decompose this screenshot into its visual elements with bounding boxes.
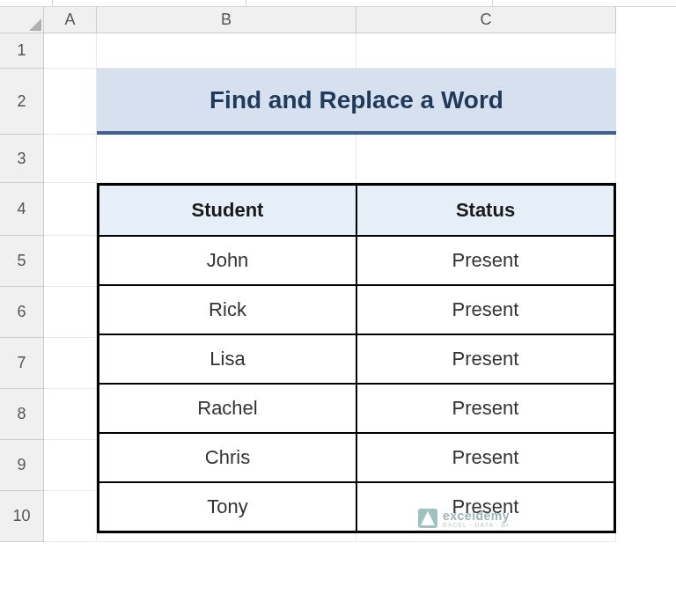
row-header-7[interactable]: 7	[0, 338, 44, 389]
table-cell[interactable]: Present	[356, 236, 614, 285]
table-cell[interactable]: Present	[356, 384, 614, 433]
cell-A9[interactable]	[44, 440, 97, 491]
row-headers: 12345678910	[0, 33, 44, 542]
corner-triangle-icon	[29, 18, 41, 31]
column-headers: ABC	[44, 7, 616, 33]
table-cell[interactable]: Rick	[99, 285, 356, 334]
cell-C1[interactable]	[356, 33, 616, 69]
table-header-student[interactable]: Student	[99, 185, 356, 236]
row-header-4[interactable]: 4	[0, 183, 44, 236]
row-header-10[interactable]: 10	[0, 491, 44, 542]
cell-A6[interactable]	[44, 287, 97, 338]
table-header-status[interactable]: Status	[356, 185, 614, 236]
table-cell[interactable]: Present	[356, 433, 614, 482]
table-cell[interactable]: Tony	[99, 482, 356, 532]
watermark-logo-icon	[418, 509, 437, 528]
table-cell[interactable]: Lisa	[99, 334, 356, 384]
row-header-3[interactable]: 3	[0, 135, 44, 183]
cell-A5[interactable]	[44, 236, 97, 287]
formula-segment	[53, 0, 246, 6]
title-text: Find and Replace a Word	[209, 86, 503, 114]
formula-segment	[246, 0, 493, 6]
column-header-c[interactable]: C	[356, 7, 616, 33]
formula-bar	[0, 0, 676, 7]
row-header-1[interactable]: 1	[0, 33, 44, 69]
column-header-a[interactable]: A	[44, 7, 97, 33]
cell-C3[interactable]	[356, 135, 616, 183]
title-banner: Find and Replace a Word	[97, 69, 616, 135]
cell-A1[interactable]	[44, 33, 97, 69]
table-cell[interactable]: Chris	[99, 433, 356, 482]
cell-B3[interactable]	[97, 135, 356, 183]
cell-B1[interactable]	[97, 33, 356, 69]
table-cell[interactable]: Rachel	[99, 384, 356, 433]
name-box-segment	[0, 0, 53, 6]
watermark: exceldemy EXCEL · DATA · BI	[418, 509, 510, 528]
cell-A4[interactable]	[44, 183, 97, 236]
row-header-9[interactable]: 9	[0, 440, 44, 491]
cell-A10[interactable]	[44, 491, 97, 542]
column-header-b[interactable]: B	[97, 7, 356, 33]
table-cell[interactable]: John	[99, 236, 356, 285]
watermark-text: exceldemy EXCEL · DATA · BI	[443, 510, 510, 528]
row-header-6[interactable]: 6	[0, 287, 44, 338]
row-header-5[interactable]: 5	[0, 236, 44, 287]
watermark-name: exceldemy	[443, 510, 510, 522]
cell-A3[interactable]	[44, 135, 97, 183]
row-header-2[interactable]: 2	[0, 69, 44, 135]
table-cell[interactable]: Present	[356, 285, 614, 334]
cell-A8[interactable]	[44, 389, 97, 440]
row-header-8[interactable]: 8	[0, 389, 44, 440]
table-cell[interactable]: Present	[356, 334, 614, 384]
cell-A2[interactable]	[44, 69, 97, 135]
cell-A7[interactable]	[44, 338, 97, 389]
select-all-corner[interactable]	[0, 7, 44, 33]
data-table: StudentStatusJohnPresentRickPresentLisaP…	[97, 183, 616, 533]
watermark-sub: EXCEL · DATA · BI	[443, 522, 510, 528]
